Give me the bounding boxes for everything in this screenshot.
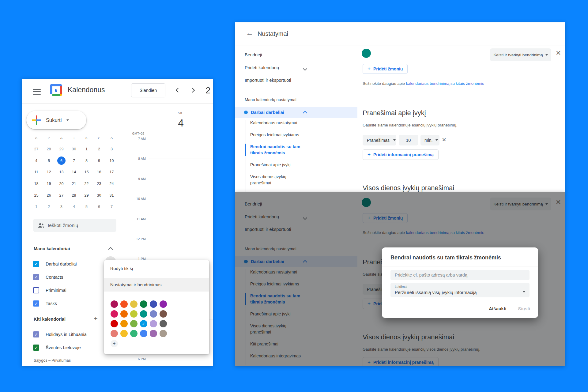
color-swatch[interactable]	[120, 330, 128, 337]
color-swatch[interactable]	[160, 310, 167, 318]
hour-slot[interactable]: 6 PM	[149, 359, 213, 366]
color-swatch[interactable]	[150, 310, 157, 318]
color-swatch[interactable]	[160, 330, 167, 337]
sidebar-sub-item[interactable]: Prieigos leidimai įvykiams	[246, 132, 306, 138]
mini-calendar-day[interactable]: 7	[68, 155, 80, 167]
mini-calendar-day[interactable]: 1	[80, 143, 93, 155]
color-swatch[interactable]	[130, 320, 138, 327]
hour-slot[interactable]: 8 AM	[149, 159, 213, 179]
mini-calendar-day[interactable]: 12	[43, 166, 55, 178]
manage-sharing-dropdown[interactable]: Keisti ir tvarkyti bendrinimą	[490, 48, 551, 61]
prev-chevron-icon[interactable]	[176, 88, 181, 93]
mini-calendar-day[interactable]: 28	[68, 190, 80, 201]
email-input[interactable]	[390, 270, 530, 280]
create-button[interactable]: Sukurti	[26, 111, 86, 129]
terms-privacy-link[interactable]: Sąlygos – Privatumas	[34, 358, 71, 363]
send-button[interactable]: Siųsti	[518, 306, 530, 311]
mini-calendar-day[interactable]: 5	[80, 201, 93, 213]
mini-calendar-day[interactable]: 1	[30, 201, 43, 213]
sidebar-item-general[interactable]: Bendrieji	[245, 52, 262, 57]
mini-calendar-day[interactable]: 2	[93, 143, 105, 155]
learn-more-link[interactable]: kalendoriaus bendrinimą su kitais žmonėm…	[406, 81, 484, 86]
sidebar-sub-item[interactable]: Bendrai naudotis su tam tikrais žmonėmis	[246, 144, 306, 156]
add-calendar-icon[interactable]: +	[94, 315, 98, 322]
sidebar-sub-item[interactable]: Pranešimai apie įvykį	[246, 162, 306, 168]
mini-calendar-day[interactable]: 21	[68, 178, 80, 190]
hour-slot[interactable]: 10 AM	[149, 199, 213, 219]
mini-calendar-day[interactable]: 6	[55, 155, 68, 167]
menu-item-settings-sharing[interactable]: Nustatymai ir bendrinimas	[104, 278, 209, 292]
mini-calendar-day[interactable]: 4	[68, 201, 80, 213]
mini-calendar-day[interactable]: 28	[43, 143, 55, 155]
calendar-checkbox[interactable]	[33, 274, 39, 280]
mini-calendar-day[interactable]: 17	[105, 166, 118, 178]
color-swatch[interactable]	[130, 300, 138, 308]
color-swatch[interactable]	[140, 300, 147, 308]
color-swatch[interactable]	[150, 300, 157, 308]
mini-calendar-day[interactable]: 27	[55, 190, 68, 201]
add-people-button[interactable]: + Pridėti žmonių	[363, 64, 408, 74]
mini-calendar-day[interactable]: 13	[55, 166, 68, 178]
color-swatch[interactable]	[111, 320, 118, 327]
calendar-checkbox[interactable]	[33, 261, 39, 267]
mini-calendar-day[interactable]: 22	[80, 178, 93, 190]
mini-calendar-day[interactable]: 9	[93, 155, 105, 167]
hour-slot[interactable]: 7 AM	[149, 139, 213, 159]
sidebar-sub-item[interactable]: Kalendoriaus nustatymai	[246, 120, 306, 126]
cancel-button[interactable]: Atšaukti	[489, 306, 506, 311]
remove-notification-icon[interactable]: ×	[442, 135, 446, 144]
color-swatch[interactable]	[140, 310, 147, 318]
notification-unit-dropdown[interactable]: min.	[420, 135, 439, 145]
mini-calendar-day[interactable]: 29	[80, 190, 93, 201]
mini-calendar-day[interactable]: 3	[105, 143, 118, 155]
mini-calendar-day[interactable]: 30	[93, 190, 105, 201]
menu-item-show-only[interactable]: Rodyti tik šį	[104, 262, 209, 275]
color-swatch[interactable]	[140, 330, 147, 337]
mini-calendar-day[interactable]: 19	[43, 178, 55, 190]
calendar-checkbox[interactable]	[33, 287, 39, 293]
mini-calendar-day[interactable]: 24	[105, 178, 118, 190]
notification-type-dropdown[interactable]: Pranešimas	[363, 135, 396, 145]
mini-calendar-day[interactable]: 4	[30, 155, 43, 167]
mini-calendar-day[interactable]: 26	[43, 190, 55, 201]
sidebar-item-add-calendar[interactable]: Pridėti kalendorių	[245, 65, 279, 70]
back-arrow-icon[interactable]: ←	[246, 29, 253, 37]
search-people-box[interactable]: Ieškoti žmonių	[33, 219, 116, 232]
calendar-checkbox[interactable]	[33, 300, 39, 307]
color-swatch[interactable]	[120, 310, 128, 318]
today-button[interactable]: Šiandien	[131, 83, 165, 97]
mini-calendar-day[interactable]: 18	[30, 178, 43, 190]
menu-icon[interactable]	[33, 89, 41, 96]
mini-calendar-day[interactable]: 10	[105, 155, 118, 167]
close-icon[interactable]: ×	[556, 48, 561, 58]
color-swatch[interactable]	[111, 300, 118, 308]
hour-slot[interactable]: 9 AM	[149, 179, 213, 199]
calendar-checkbox[interactable]	[33, 345, 39, 351]
color-swatch[interactable]	[150, 330, 157, 337]
mini-calendar-day[interactable]: 25	[30, 190, 43, 201]
mini-calendar-day[interactable]: 6	[93, 201, 105, 213]
color-swatch[interactable]	[111, 310, 118, 318]
color-swatch[interactable]	[130, 330, 138, 337]
color-swatch[interactable]	[111, 330, 118, 337]
color-swatch[interactable]	[140, 320, 147, 327]
color-swatch[interactable]	[160, 300, 167, 308]
hour-slot[interactable]: 11 AM	[149, 219, 213, 239]
sidebar-item-import-export[interactable]: Importuoti ir eksportuoti	[245, 78, 291, 83]
mini-calendar-day[interactable]: 14	[68, 166, 80, 178]
color-swatch[interactable]	[120, 320, 128, 327]
sidebar-calendar-row[interactable]: Darbai darbeliai	[235, 107, 357, 118]
mini-calendar-day[interactable]: 5	[43, 155, 55, 167]
color-swatch[interactable]	[150, 320, 157, 327]
mini-calendar-day[interactable]: 7	[105, 201, 118, 213]
calendar-checkbox[interactable]	[33, 331, 39, 337]
permissions-select[interactable]: Leidimai Peržiūrėti išsamią visų įvykių …	[390, 283, 530, 297]
notification-amount-input[interactable]: 10	[399, 135, 418, 145]
hour-slot[interactable]: 12 PM	[149, 239, 213, 259]
mini-calendar-day[interactable]: 8	[80, 155, 93, 167]
color-swatch[interactable]	[160, 320, 167, 327]
next-chevron-icon[interactable]	[190, 88, 195, 93]
mini-calendar-day[interactable]: 31	[105, 190, 118, 201]
add-custom-color-button[interactable]: +	[111, 340, 118, 347]
mini-calendar-day[interactable]: 23	[93, 178, 105, 190]
